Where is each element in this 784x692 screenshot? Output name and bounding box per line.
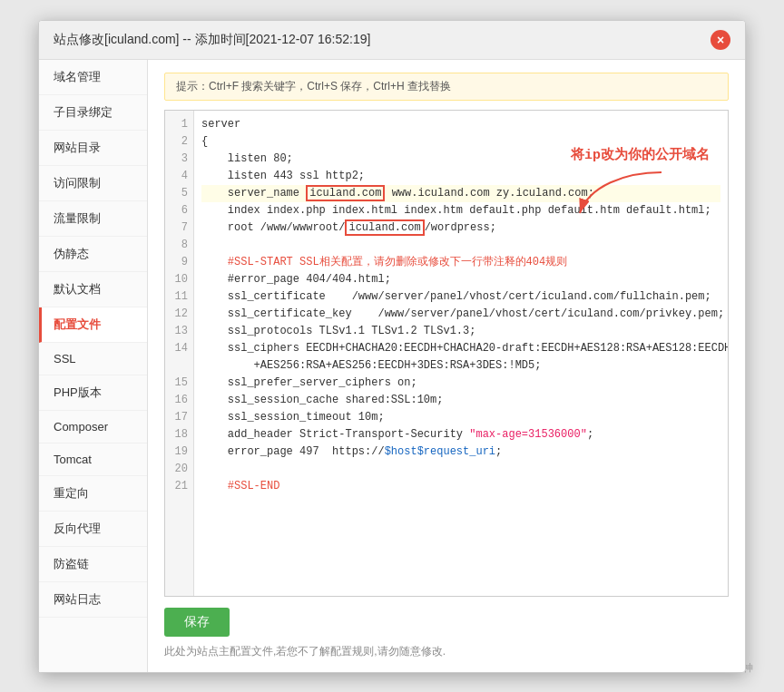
hint-bar: 提示：Ctrl+F 搜索关键字，Ctrl+S 保存，Ctrl+H 查找替换	[164, 73, 729, 101]
code-line-13: ssl_protocols TLSv1.1 TLSv1.2 TLSv1.3;	[201, 323, 720, 340]
code-line-18: add_header Strict-Transport-Security "ma…	[201, 426, 720, 443]
code-line-8	[201, 237, 720, 254]
close-button[interactable]: ×	[710, 30, 730, 50]
sidebar-item-hotlink[interactable]: 防盗链	[39, 547, 147, 582]
code-line-10: #error_page 404/404.html;	[201, 271, 720, 288]
code-line-21: #SSL-END	[201, 478, 720, 495]
modal-title: 站点修改[iculand.com] -- 添加时间[2021-12-07 16:…	[54, 32, 370, 48]
code-line-11: ssl_certificate /www/server/panel/vhost/…	[201, 288, 720, 306]
sidebar-item-proxy[interactable]: 反向代理	[39, 512, 147, 547]
sidebar: 域名管理 子目录绑定 网站目录 访问限制 流量限制 伪静态 默认文档 配置文件 …	[39, 60, 148, 672]
save-button[interactable]: 保存	[164, 608, 230, 637]
modal-body: 域名管理 子目录绑定 网站目录 访问限制 流量限制 伪静态 默认文档 配置文件 …	[39, 60, 745, 672]
code-line-3: listen 80;	[201, 151, 720, 168]
sidebar-item-access[interactable]: 访问限制	[39, 166, 147, 201]
code-line-16: ssl_session_cache shared:SSL:10m;	[201, 392, 720, 409]
sidebar-item-default-doc[interactable]: 默认文档	[39, 272, 147, 307]
code-line-5: server_name iculand.com www.iculand.com …	[201, 185, 720, 202]
sidebar-item-subdir[interactable]: 子目录绑定	[39, 95, 147, 131]
code-line-6: index index.php index.html index.htm def…	[201, 202, 720, 219]
sidebar-item-static[interactable]: 伪静态	[39, 237, 147, 272]
sidebar-item-tomcat[interactable]: Tomcat	[39, 443, 147, 476]
line-numbers: 1 2 3 4 5 6 7 8 9 10 11 12 13 14	[165, 111, 194, 596]
main-content: 提示：Ctrl+F 搜索关键字，Ctrl+S 保存，Ctrl+H 查找替换 1 …	[148, 60, 745, 672]
code-line-17: ssl_session_timeout 10m;	[201, 409, 720, 426]
hint-text: 提示：Ctrl+F 搜索关键字，Ctrl+S 保存，Ctrl+H 查找替换	[176, 80, 451, 93]
code-line-12: ssl_certificate_key /www/server/panel/vh…	[201, 306, 720, 323]
code-content[interactable]: server { listen 80; listen 443 ssl http2…	[194, 111, 728, 596]
code-line-14b: +AES256:RSA+AES256:EECDH+3DES:RSA+3DES:!…	[201, 357, 720, 375]
code-line-7: root /www/wwwroot/iculand.com/wordpress;	[201, 219, 720, 237]
sidebar-item-config[interactable]: 配置文件	[39, 307, 147, 343]
code-line-19: error_page 497 https://$host$request_uri…	[201, 443, 720, 461]
code-line-2: {	[201, 133, 720, 151]
code-line-14a: ssl_ciphers EECDH+CHACHA20:EECDH+CHACHA2…	[201, 340, 720, 357]
code-line-1: server	[201, 116, 720, 133]
main-modal: 站点修改[iculand.com] -- 添加时间[2021-12-07 16:…	[38, 20, 746, 673]
code-line-4: listen 443 ssl http2;	[201, 168, 720, 185]
code-line-9: #SSL-START SSL相关配置，请勿删除或修改下一行带注释的404规则	[201, 254, 720, 271]
code-editor[interactable]: 1 2 3 4 5 6 7 8 9 10 11 12 13 14	[164, 110, 729, 597]
sidebar-item-webroot[interactable]: 网站目录	[39, 131, 147, 166]
sidebar-item-domain[interactable]: 域名管理	[39, 60, 147, 95]
code-line-20	[201, 461, 720, 478]
footer-note: 此处为站点主配置文件,若您不了解配置规则,请勿随意修改.	[164, 644, 729, 659]
sidebar-item-log[interactable]: 网站日志	[39, 582, 147, 618]
sidebar-item-composer[interactable]: Composer	[39, 411, 147, 443]
code-line-15: ssl_prefer_server_ciphers on;	[201, 375, 720, 392]
modal-header: 站点修改[iculand.com] -- 添加时间[2021-12-07 16:…	[39, 21, 745, 60]
save-section: 保存 此处为站点主配置文件,若您不了解配置规则,请勿随意修改.	[164, 608, 729, 659]
sidebar-item-redirect[interactable]: 重定向	[39, 476, 147, 512]
sidebar-item-traffic[interactable]: 流量限制	[39, 201, 147, 237]
sidebar-item-ssl[interactable]: SSL	[39, 343, 147, 375]
sidebar-item-php[interactable]: PHP版本	[39, 375, 147, 411]
